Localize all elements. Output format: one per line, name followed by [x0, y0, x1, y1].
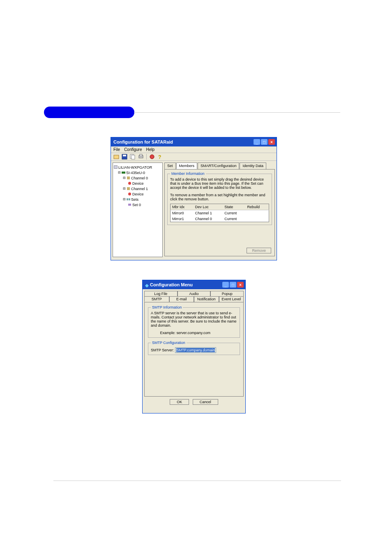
- svg-point-12: [128, 182, 131, 185]
- svg-rect-10: [122, 172, 125, 174]
- smtp-info-fieldset: SMTP Information A SMTP server is the se…: [148, 307, 240, 338]
- maximize-button[interactable]: □: [230, 282, 236, 288]
- toolbar-print-icon[interactable]: [138, 154, 144, 160]
- tab-smtp[interactable]: SMTP: [144, 296, 169, 302]
- set-icon: [128, 203, 131, 207]
- tab-popup[interactable]: Popup: [210, 291, 244, 296]
- toolbar-copy-icon[interactable]: [130, 154, 136, 160]
- tree-device-0[interactable]: Device: [114, 181, 161, 186]
- toolbar-run-icon[interactable]: [149, 154, 155, 160]
- cancel-button[interactable]: Cancel: [193, 399, 218, 405]
- tab-members[interactable]: Members: [176, 163, 198, 169]
- svg-rect-11: [127, 176, 130, 179]
- menu-configure[interactable]: Configure: [124, 147, 142, 152]
- table-header-row: Mbr Idx Dev Loc State Rebuild: [171, 204, 269, 210]
- tree-device-1[interactable]: Device: [114, 191, 161, 197]
- smtp-config-legend: SMTP Configuration: [151, 341, 187, 345]
- tab-event-level[interactable]: Event Level: [219, 296, 244, 302]
- tab-audio[interactable]: Audio: [178, 291, 211, 296]
- configuration-menu-window: Configuration Menu _ □ × Log File Audio …: [142, 280, 246, 413]
- smtp-server-value: SMTP.company.domain: [176, 348, 215, 352]
- smtp-server-label: SMTP Server:: [151, 348, 174, 352]
- tab-identity-data[interactable]: Identity Data: [240, 163, 266, 169]
- disk-icon: [128, 181, 131, 185]
- tree-set0-label: Set 0: [132, 203, 141, 207]
- member-info-fieldset: Member Information To add a device to th…: [167, 174, 272, 225]
- device-tree[interactable]: LILIAN-WXPGATOR ⊟SI-435eU-0 ⊟Channel 0 D…: [113, 163, 163, 257]
- tree-sets[interactable]: ⊟Sets: [114, 197, 161, 202]
- toolbar-open-icon[interactable]: [113, 154, 119, 160]
- tree-ch0-label: Channel 0: [131, 176, 148, 180]
- maximize-button[interactable]: □: [261, 139, 267, 145]
- tab-email[interactable]: E-mail: [169, 296, 194, 302]
- tree-root-label: LILIAN-WXPGATOR: [118, 165, 152, 170]
- cell-idx: Mirror1: [171, 216, 194, 222]
- horizontal-rule: [134, 112, 340, 113]
- sataraid-config-window: Configuration for SATARaid _ □ × File Co…: [111, 137, 277, 260]
- cell-idx: Mirror0: [171, 210, 194, 216]
- members-table: Mbr Idx Dev Loc State Rebuild Mirror0 Ch…: [170, 204, 269, 222]
- svg-rect-17: [128, 204, 131, 206]
- tab-notification[interactable]: Notification: [194, 296, 219, 302]
- ok-button[interactable]: OK: [170, 399, 189, 405]
- footer-rule: [53, 481, 341, 481]
- tab-set[interactable]: Set: [164, 163, 176, 169]
- smtp-info-text: A SMTP server is the server that is use …: [151, 311, 237, 327]
- minimize-button[interactable]: _: [222, 282, 229, 288]
- member-info-legend: Member Information: [170, 172, 206, 176]
- tree-adapter[interactable]: ⊟SI-435eU-0: [114, 170, 161, 175]
- col-mbr-idx[interactable]: Mbr Idx: [171, 204, 194, 210]
- menu-bar: File Configure Help: [111, 146, 277, 153]
- disk-icon: [128, 192, 131, 196]
- menu-help[interactable]: Help: [146, 147, 154, 152]
- tree-channel-0[interactable]: ⊟Channel 0: [114, 175, 161, 181]
- table-row[interactable]: Mirror0 Channel 1 Current: [171, 210, 269, 216]
- cell-rebuild: [246, 216, 269, 222]
- tree-channel-1[interactable]: ⊟Channel 1: [114, 186, 161, 191]
- section-heading-bar: [44, 107, 134, 118]
- close-button[interactable]: ×: [268, 139, 275, 145]
- tree-root[interactable]: LILIAN-WXPGATOR: [114, 165, 161, 170]
- svg-rect-9: [114, 166, 118, 168]
- tree-adapter-label: SI-435eU-0: [126, 171, 145, 175]
- collapse-icon[interactable]: ⊟: [123, 187, 126, 190]
- menu-file[interactable]: File: [113, 147, 120, 152]
- member-info-text1: To add a device to this set simply drag …: [170, 177, 269, 190]
- svg-rect-2: [123, 155, 126, 156]
- collapse-icon[interactable]: ⊟: [123, 197, 126, 201]
- toolbar-save-icon[interactable]: [122, 154, 127, 160]
- collapse-icon[interactable]: ⊟: [118, 171, 121, 174]
- close-button[interactable]: ×: [237, 282, 244, 288]
- collapse-icon[interactable]: ⊟: [123, 176, 126, 180]
- tabs-panel: Set Members SMART/Configuration Identity…: [164, 163, 275, 257]
- svg-marker-18: [145, 284, 149, 288]
- col-dev-loc[interactable]: Dev Loc: [194, 204, 223, 210]
- cell-rebuild: [246, 210, 269, 216]
- table-row[interactable]: Mirror1 Channel 0 Current: [171, 216, 269, 222]
- col-rebuild[interactable]: Rebuild: [246, 204, 269, 210]
- tree-dev0-label: Device: [132, 181, 144, 186]
- svg-rect-16: [129, 198, 130, 200]
- window-title: Configuration for SATARaid: [113, 139, 173, 144]
- svg-rect-15: [127, 198, 128, 200]
- svg-rect-13: [127, 187, 130, 190]
- minimize-button[interactable]: _: [254, 139, 260, 145]
- tree-set-0[interactable]: Set 0: [114, 202, 161, 207]
- member-info-text2: To remove a member from a set highlight …: [170, 193, 269, 201]
- svg-point-14: [128, 193, 131, 195]
- card-icon: [122, 171, 125, 174]
- chip-icon: [127, 176, 130, 180]
- remove-button[interactable]: Remove: [247, 248, 271, 253]
- toolbar-help-icon[interactable]: ?: [157, 154, 163, 160]
- tab-smart-config[interactable]: SMART/Configuration: [198, 163, 239, 169]
- cell-loc: Channel 0: [194, 216, 223, 222]
- smtp-config-fieldset: SMTP Configuration SMTP Server: SMTP.com…: [148, 343, 240, 355]
- sets-icon: [127, 197, 130, 201]
- svg-rect-6: [140, 154, 142, 156]
- tree-dev1-label: Device: [132, 192, 144, 196]
- svg-text:?: ?: [158, 154, 161, 160]
- col-state[interactable]: State: [223, 204, 245, 210]
- tab-log-file[interactable]: Log File: [144, 291, 178, 296]
- computer-icon: [114, 165, 118, 169]
- smtp-server-input[interactable]: SMTP.company.domain: [175, 347, 216, 353]
